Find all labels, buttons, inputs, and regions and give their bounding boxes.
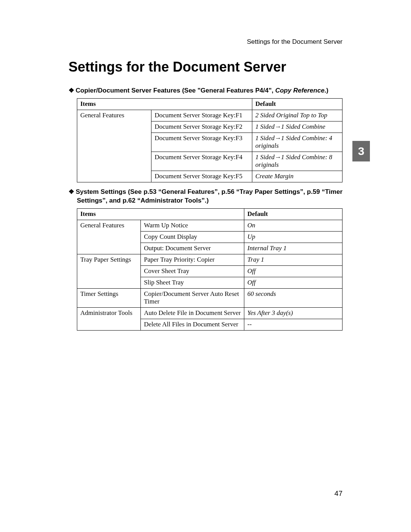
cell-sub: Copier/Document Server Auto Reset Timer (141, 288, 244, 307)
table-copier-features: Items Default General Features Document … (77, 98, 342, 182)
page-title: Settings for the Document Server (68, 59, 342, 75)
chapter-tab: 3 (352, 141, 370, 161)
cell-default: Internal Tray 1 (244, 243, 342, 254)
cell-default: Create Margin (252, 171, 342, 182)
cell-category: Timer Settings (77, 288, 141, 307)
section2-heading: ❖ System Settings (See p.53 “General Fea… (77, 188, 342, 205)
cell-default: Off (244, 277, 342, 288)
table-header-row: Items Default (77, 98, 342, 110)
col-default-header: Default (244, 208, 342, 220)
table-row: Timer Settings Copier/Document Server Au… (77, 288, 342, 307)
col-items-header: Items (77, 98, 252, 110)
cell-default: 60 seconds (244, 288, 342, 307)
section1-heading-text: Copier/Document Server Features (See "Ge… (76, 87, 275, 94)
cell-sub: Paper Tray Priority: Copier (141, 254, 244, 265)
diamond-icon: ❖ (68, 86, 74, 95)
cell-sub: Delete All Files in Document Server (141, 319, 244, 330)
cell-sub: Document Server Storage Key:F4 (151, 152, 252, 171)
cell-sub: Output: Document Server (141, 243, 244, 254)
section2-heading-text: System Settings (See p.53 “General Featu… (76, 188, 342, 204)
section1-heading-italic: Copy Reference (275, 87, 324, 94)
table-header-row: Items Default (77, 208, 342, 220)
table-row: Administrator Tools Auto Delete File in … (77, 307, 342, 319)
table-system-settings: Items Default General Features Warm Up N… (77, 208, 342, 331)
cell-default: 1 Sided→1 Sided Combine: 4 originals (252, 133, 342, 152)
cell-sub: Slip Sheet Tray (141, 277, 244, 288)
cell-sub: Document Server Storage Key:F1 (151, 110, 252, 121)
cell-sub: Copy Count Display (141, 231, 244, 243)
cell-sub: Auto Delete File in Document Server (141, 307, 244, 319)
cell-default: Tray 1 (244, 254, 342, 265)
cell-category: Administrator Tools (77, 307, 141, 330)
col-default-header: Default (252, 98, 342, 110)
cell-category: General Features (77, 220, 141, 254)
table1-wrap: Items Default General Features Document … (77, 98, 342, 182)
running-header: Settings for the Document Server (68, 38, 342, 46)
cell-default: On (244, 220, 342, 231)
col-items-header: Items (77, 208, 244, 220)
cell-category: Tray Paper Settings (77, 254, 141, 288)
cell-sub: Document Server Storage Key:F2 (151, 121, 252, 133)
cell-default: 1 Sided→1 Sided Combine: 8 originals (252, 152, 342, 171)
cell-default: 1 Sided→1 Sided Combine (252, 121, 342, 133)
diamond-icon: ❖ (68, 188, 74, 197)
table-row: General Features Document Server Storage… (77, 110, 342, 121)
cell-default: Off (244, 265, 342, 277)
table-row: General Features Warm Up Notice On (77, 220, 342, 231)
section1-heading-tail: .) (325, 87, 328, 94)
cell-default: Up (244, 231, 342, 243)
cell-sub: Document Server Storage Key:F5 (151, 171, 252, 182)
cell-sub: Cover Sheet Tray (141, 265, 244, 277)
document-page: Settings for the Document Server Setting… (0, 0, 411, 532)
table-row: Tray Paper Settings Paper Tray Priority:… (77, 254, 342, 265)
cell-default: Yes After 3 day(s) (244, 307, 342, 319)
table2-wrap: Items Default General Features Warm Up N… (77, 208, 342, 331)
cell-category: General Features (77, 110, 151, 182)
cell-sub: Document Server Storage Key:F3 (151, 133, 252, 152)
page-number: 47 (335, 489, 342, 498)
cell-default: -- (244, 319, 342, 330)
cell-sub: Warm Up Notice (141, 220, 244, 231)
section1-heading: ❖ Copier/Document Server Features (See "… (77, 86, 342, 95)
cell-default: 2 Sided Original Top to Top (252, 110, 342, 121)
